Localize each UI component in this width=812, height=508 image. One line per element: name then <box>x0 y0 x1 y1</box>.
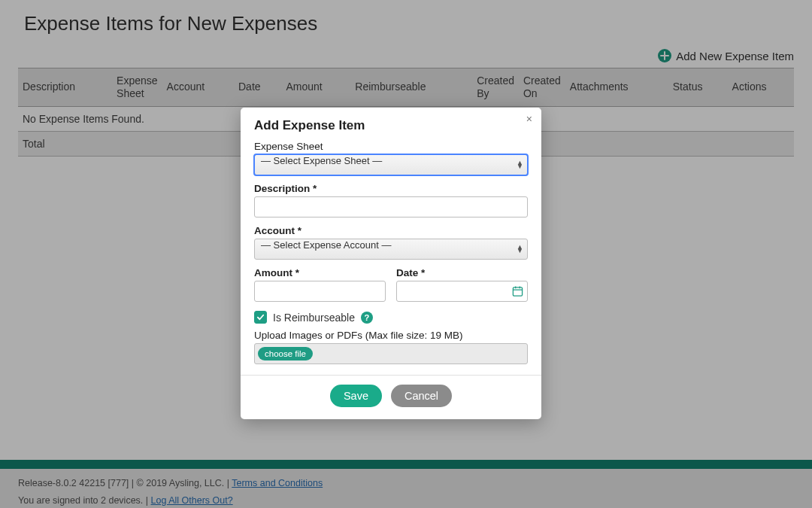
add-expense-item-modal: × Add Expense Item Expense Sheet — Selec… <box>241 108 541 419</box>
save-button[interactable]: Save <box>330 385 382 407</box>
upload-label: Upload Images or PDFs (Max file size: 19… <box>254 330 528 341</box>
choose-file-button[interactable]: choose file <box>258 347 313 360</box>
account-select[interactable]: — Select Expense Account — <box>254 239 528 260</box>
file-drop-area[interactable]: choose file <box>254 343 528 364</box>
is-reimburseable-label: Is Reimburseable <box>273 312 355 324</box>
description-label: Description <box>254 183 528 194</box>
modal-title: Add Expense Item <box>254 118 528 133</box>
close-icon[interactable]: × <box>526 114 532 124</box>
expense-sheet-label: Expense Sheet <box>254 141 528 152</box>
date-label: Date <box>396 267 528 278</box>
date-input[interactable] <box>396 281 528 302</box>
account-label: Account <box>254 225 528 236</box>
is-reimburseable-checkbox[interactable] <box>254 311 267 324</box>
amount-label: Amount <box>254 267 386 278</box>
expense-sheet-select[interactable]: — Select Expense Sheet — <box>254 154 528 175</box>
description-input[interactable] <box>254 196 528 217</box>
cancel-button[interactable]: Cancel <box>391 385 452 407</box>
help-icon[interactable]: ? <box>361 312 373 324</box>
checkmark-icon <box>256 313 265 321</box>
divider <box>241 375 541 376</box>
amount-input[interactable] <box>254 281 386 302</box>
